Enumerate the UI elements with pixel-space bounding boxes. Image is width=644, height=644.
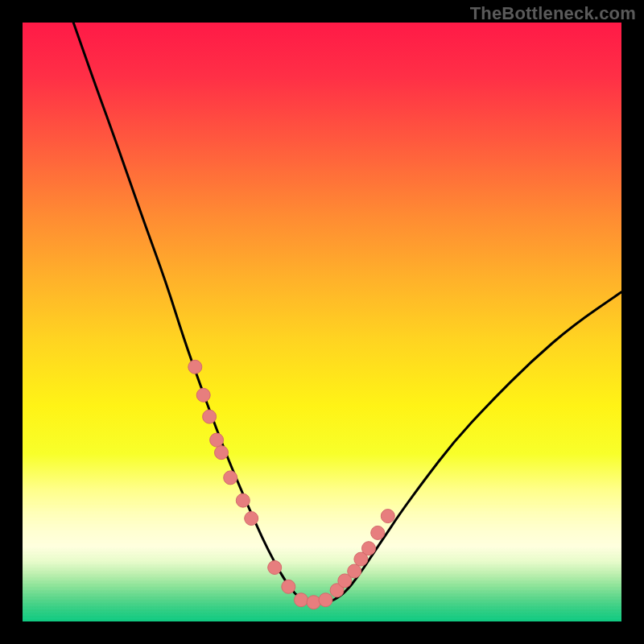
data-point-marker <box>371 526 385 539</box>
data-point-marker <box>224 471 237 485</box>
marker-group <box>188 360 395 609</box>
data-point-marker <box>307 596 320 609</box>
data-point-marker <box>362 542 376 555</box>
data-point-marker <box>295 593 308 607</box>
data-point-marker <box>236 493 250 507</box>
data-point-marker <box>245 512 258 526</box>
data-point-marker <box>348 564 361 578</box>
watermark-text: TheBottleneck.com <box>470 3 636 24</box>
data-point-marker <box>210 433 224 447</box>
data-point-marker <box>268 561 282 575</box>
data-point-marker <box>215 446 229 460</box>
data-point-marker <box>381 510 394 523</box>
data-point-marker <box>319 593 332 607</box>
bottleneck-curve <box>73 23 621 604</box>
bottleneck-curve-path <box>73 23 621 604</box>
chart-frame: TheBottleneck.com <box>0 0 644 644</box>
data-point-marker <box>188 360 202 374</box>
data-point-marker <box>196 388 210 402</box>
data-point-marker <box>203 410 217 423</box>
curve-layer <box>23 23 621 621</box>
plot-area <box>23 23 621 621</box>
data-point-marker <box>282 580 295 593</box>
